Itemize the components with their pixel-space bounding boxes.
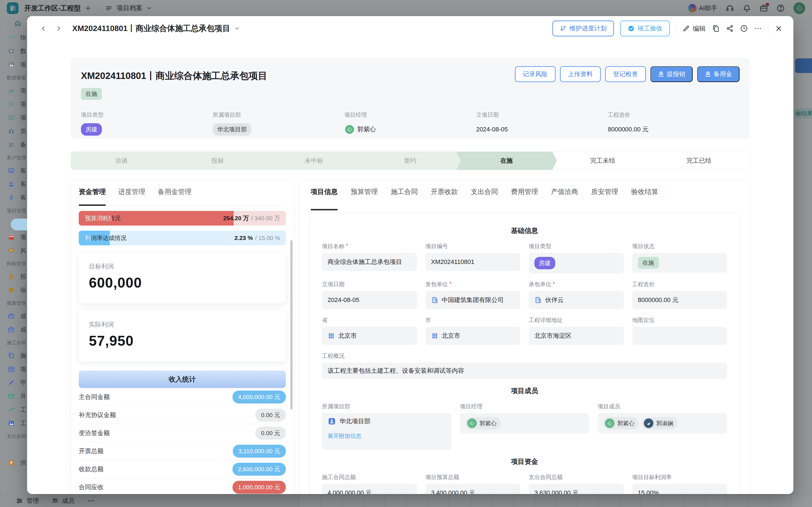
- field-value[interactable]: 北京市: [426, 327, 521, 345]
- field-label: 项目目标利润率: [632, 473, 727, 481]
- money-icon: [658, 71, 664, 77]
- field-value[interactable]: 华北项目部展开附加信息: [322, 413, 451, 450]
- image-icon: [8, 420, 15, 427]
- field-value[interactable]: 3,630,000.00 元: [529, 484, 624, 494]
- form-field-overview: 工程概况该工程主要包括土建工程、设备安装和调试等内容: [322, 352, 727, 379]
- field-text: 北京市: [442, 332, 461, 340]
- field-value[interactable]: 8000000.00 元: [632, 291, 727, 309]
- sidebar-item-label: 客: [20, 194, 26, 202]
- field-value[interactable]: 心郭紫心郭淑娴: [598, 413, 727, 434]
- form-field: 市北京市: [426, 317, 521, 345]
- form-field: 工程造价8000000.00 元: [632, 281, 727, 309]
- field-value[interactable]: XM2024110801: [426, 253, 521, 271]
- field-value[interactable]: 该工程主要包括土建工程、设备安装和调试等内容: [322, 362, 727, 379]
- field-label: 项目状态: [632, 242, 727, 250]
- next-record-icon[interactable]: [53, 23, 64, 34]
- summary-action-button[interactable]: 登记检查: [605, 66, 646, 82]
- stage-step[interactable]: 完工未结: [552, 152, 653, 170]
- stage-step[interactable]: 洽谈: [71, 152, 172, 170]
- summary-action-label: 记录风险: [523, 70, 548, 78]
- sidebar-item-label: 成: [20, 312, 26, 320]
- project-info-tab[interactable]: 预算管理: [351, 187, 378, 206]
- field-text: 15.00%: [638, 489, 659, 494]
- income-stats-button[interactable]: 收入统计: [79, 371, 286, 388]
- summary-action-button[interactable]: 上传资料: [560, 66, 601, 82]
- project-info-tab[interactable]: 质安管理: [591, 187, 618, 206]
- field-value[interactable]: 北京市海淀区: [529, 327, 624, 345]
- finance-tab[interactable]: 备用金管理: [158, 187, 192, 206]
- dept-icon: [328, 417, 336, 426]
- sidebar-item-label: 项: [20, 114, 26, 121]
- amount-badge: 0.00 元: [255, 427, 286, 440]
- field-text: 该工程主要包括土建工程、设备安装和调试等内容: [328, 367, 464, 375]
- field-value[interactable]: [632, 327, 727, 345]
- maintain-schedule-button[interactable]: 维护进度计划: [552, 20, 614, 36]
- metric-value: 600,000: [89, 275, 276, 291]
- field-text: 北京市海淀区: [534, 332, 572, 340]
- summary-meta-field: 项目类型房建: [81, 111, 213, 135]
- stage-step[interactable]: 完工已结: [649, 152, 749, 170]
- field-label: 立项日期: [322, 281, 417, 288]
- left-panel-scrollbar[interactable]: [290, 240, 292, 409]
- briefcase-icon: [8, 326, 15, 333]
- field-value[interactable]: 4,000,000.00 元: [322, 484, 417, 494]
- completion-acceptance-button[interactable]: 竣工验收: [620, 20, 670, 36]
- form-field: 支出合同总额3,630,000.00 元: [529, 473, 624, 494]
- field-value[interactable]: 房建: [529, 253, 624, 273]
- progress-total: / 15.00 %: [255, 235, 280, 241]
- id-card-icon: [8, 167, 15, 174]
- stage-step[interactable]: 签约: [360, 152, 461, 170]
- finance-tab[interactable]: 资金管理: [79, 187, 106, 206]
- meta-label: 立项日期: [476, 111, 608, 119]
- calendar-check-icon: [8, 366, 15, 373]
- summary-action-button[interactable]: 记录风险: [515, 66, 555, 82]
- field-value[interactable]: 中国建筑集团有限公司: [426, 291, 521, 309]
- stage-step[interactable]: 在施: [456, 152, 557, 170]
- field-value[interactable]: 商业综合体施工总承包项目: [322, 253, 417, 271]
- project-info-tab[interactable]: 产值洽商: [551, 187, 578, 206]
- history-clock-icon[interactable]: [740, 24, 748, 33]
- amount-row: 收款总额2,600,000.00 元: [79, 460, 286, 478]
- field-value[interactable]: 在施: [632, 253, 727, 273]
- project-info-tab[interactable]: 开票收款: [431, 187, 458, 206]
- prev-record-icon[interactable]: [38, 23, 49, 34]
- close-modal-icon[interactable]: [775, 24, 783, 33]
- form-field: 项目目标利润率15.00%: [632, 473, 727, 494]
- field-value[interactable]: 北京市: [322, 327, 417, 345]
- sidebar-item-label: 供: [20, 459, 26, 467]
- form-field-department: 所属项目部华北项目部展开附加信息: [322, 403, 451, 450]
- modal-header: XM2024110801丨商业综合体施工总承包项目 维护进度计划 竣工验收 编辑: [27, 16, 793, 41]
- share-icon[interactable]: [726, 24, 734, 33]
- bar-chart-icon: [8, 87, 15, 94]
- stage-step[interactable]: 投标: [167, 152, 268, 170]
- project-info-tab[interactable]: 施工合同: [391, 187, 418, 206]
- field-value[interactable]: 心郭紫心: [460, 413, 589, 434]
- project-info-tab[interactable]: 费用管理: [511, 187, 538, 206]
- summary-action-button[interactable]: 备用金: [697, 66, 740, 82]
- meta-label: 工程造价: [608, 111, 740, 119]
- funds-grid: 施工合同总额4,000,000.00 元项目预算总额3,400,000.00 元…: [322, 473, 727, 494]
- project-info-tab[interactable]: 验收结算: [631, 187, 658, 206]
- finance-panel: 资金管理进度管理备用金管理 预算消耗情况预算消耗情况254.20 万/ 340.…: [71, 180, 294, 494]
- progress-bar: 利润率达成情况利润率达成情况2.23 %/ 15.00 %: [79, 231, 286, 245]
- stage-step[interactable]: 未中标: [264, 152, 364, 170]
- field-label-text: 工程详细地址: [529, 317, 562, 324]
- project-info-tab[interactable]: 项目信息: [311, 187, 338, 206]
- title-chevron-down-icon[interactable]: [234, 26, 240, 31]
- member-chip: 心郭紫心: [603, 417, 639, 430]
- more-actions-icon[interactable]: [754, 24, 762, 33]
- project-info-tab[interactable]: 支出合同: [471, 187, 498, 206]
- summary-action-button[interactable]: 提报销: [650, 66, 693, 82]
- member-name: 郭淑娴: [656, 419, 673, 427]
- calendar-icon: [8, 234, 15, 240]
- finance-tab[interactable]: 进度管理: [118, 187, 145, 206]
- amount-row: 变洽签金额0.00 元: [79, 424, 286, 442]
- field-value[interactable]: 3,400,000.00 元: [426, 484, 521, 494]
- copy-record-icon[interactable]: [712, 24, 720, 33]
- field-value[interactable]: 2024-08-05: [322, 291, 417, 309]
- expand-extra-info-link[interactable]: 展开附加信息: [328, 432, 362, 440]
- field-label-text: 项目目标利润率: [632, 473, 672, 481]
- field-value[interactable]: 伙伴云: [529, 291, 624, 309]
- field-value[interactable]: 15.00%: [632, 484, 727, 494]
- edit-button[interactable]: 编辑: [683, 24, 706, 33]
